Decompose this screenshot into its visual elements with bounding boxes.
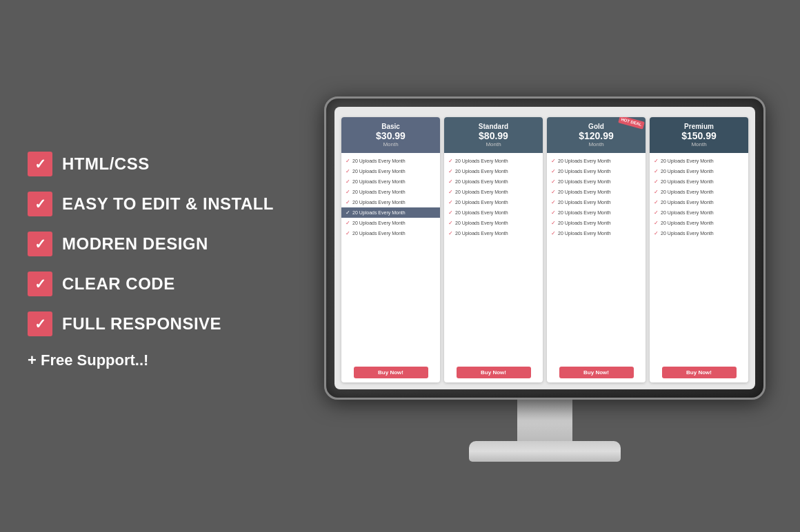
checkmark-icon	[28, 232, 52, 256]
feature-text: 20 Uploads Every Month	[558, 210, 611, 215]
feature-row: ✓ 20 Uploads Every Month	[650, 156, 748, 166]
feature-label: HTML/CSS	[62, 154, 150, 174]
check-icon: ✓	[346, 158, 350, 164]
check-icon: ✓	[654, 168, 659, 174]
feature-text: 20 Uploads Every Month	[352, 210, 406, 215]
check-icon: ✓	[551, 178, 556, 185]
buy-button[interactable]: Buy Now!	[559, 367, 634, 378]
feature-item-full-responsive: FULL RESPONSIVE	[28, 311, 274, 336]
buy-button[interactable]: Buy Now!	[457, 367, 531, 378]
feature-row: ✓ 20 Uploads Every Month	[444, 228, 543, 238]
feature-row: ✓ 20 Uploads Every Month	[444, 166, 543, 176]
feature-text: 20 Uploads Every Month	[558, 190, 611, 194]
plan-features: ✓ 20 Uploads Every Month ✓ 20 Uploads Ev…	[341, 153, 440, 360]
feature-row: ✓ 20 Uploads Every Month	[341, 166, 440, 176]
feature-text: 20 Uploads Every Month	[455, 231, 508, 236]
plan-features: ✓ 20 Uploads Every Month ✓ 20 Uploads Ev…	[650, 153, 748, 360]
feature-text: 20 Uploads Every Month	[558, 231, 611, 236]
check-icon: ✓	[551, 220, 556, 226]
feature-row: ✓ 20 Uploads Every Month	[341, 187, 440, 197]
plan-period: Month	[652, 141, 746, 147]
feature-row: ✓ 20 Uploads Every Month	[444, 218, 543, 228]
check-icon: ✓	[654, 158, 659, 164]
feature-text: 20 Uploads Every Month	[661, 200, 714, 205]
feature-row: ✓ 20 Uploads Every Month	[650, 166, 748, 176]
checkmark-icon	[28, 311, 52, 336]
plan-header: Premium $150.99 Month	[650, 117, 748, 153]
feature-row: ✓ 20 Uploads Every Month	[547, 197, 646, 207]
feature-label: MODREN DESIGN	[62, 234, 208, 254]
feature-text: 20 Uploads Every Month	[661, 210, 714, 215]
check-icon: ✓	[448, 220, 453, 226]
feature-row: ✓ 20 Uploads Every Month	[650, 197, 748, 207]
feature-item-clear-code: CLEAR CODE	[28, 272, 274, 296]
feature-text: 20 Uploads Every Month	[455, 179, 508, 184]
plan-header: Standard $80.99 Month	[444, 117, 543, 153]
feature-text: 20 Uploads Every Month	[558, 221, 611, 225]
feature-row: ✓ 20 Uploads Every Month	[650, 207, 748, 218]
check-icon: ✓	[448, 168, 453, 174]
feature-text: 20 Uploads Every Month	[455, 169, 508, 174]
check-icon: ✓	[551, 209, 556, 216]
check-icon: ✓	[346, 189, 350, 195]
feature-text: 20 Uploads Every Month	[352, 221, 406, 225]
feature-row: ✓ 20 Uploads Every Month	[341, 197, 440, 207]
check-icon: ✓	[448, 178, 453, 185]
buy-button[interactable]: Buy Now!	[662, 367, 737, 378]
feature-text: 20 Uploads Every Month	[352, 179, 406, 184]
monitor-stand-base	[469, 441, 621, 462]
feature-text: 20 Uploads Every Month	[661, 179, 714, 184]
check-icon: ✓	[448, 189, 453, 195]
plan-header: HOT DEAL Gold $120.99 Month	[547, 117, 646, 153]
plan-period: Month	[344, 141, 437, 147]
feature-row: ✓ 20 Uploads Every Month	[547, 176, 646, 187]
check-icon: ✓	[654, 220, 659, 226]
monitor: Basic $30.99 Month ✓ 20 Uploads Every Mo…	[324, 96, 766, 400]
check-icon: ✓	[448, 158, 453, 164]
feature-text: 20 Uploads Every Month	[661, 190, 714, 194]
feature-text: 20 Uploads Every Month	[352, 169, 406, 174]
plan-price: $30.99	[344, 130, 437, 141]
check-icon: ✓	[346, 168, 350, 174]
feature-text: 20 Uploads Every Month	[352, 190, 406, 194]
plan-name: Standard	[447, 123, 540, 130]
check-icon: ✓	[346, 199, 350, 205]
feature-text: 20 Uploads Every Month	[455, 190, 508, 194]
plan-footer: Buy Now!	[650, 360, 748, 382]
feature-item-html-css: HTML/CSS	[28, 152, 274, 176]
feature-row: ✓ 20 Uploads Every Month	[444, 176, 543, 187]
plan-price: $80.99	[447, 130, 540, 141]
checkmark-icon	[28, 152, 52, 176]
plan-features: ✓ 20 Uploads Every Month ✓ 20 Uploads Ev…	[547, 153, 646, 360]
feature-text: 20 Uploads Every Month	[661, 221, 714, 225]
plan-gold: HOT DEAL Gold $120.99 Month ✓ 20 Uploads…	[547, 117, 646, 382]
plan-price: $120.99	[550, 130, 643, 141]
feature-row: ✓ 20 Uploads Every Month	[650, 218, 748, 228]
feature-text: 20 Uploads Every Month	[558, 179, 611, 184]
feature-row: ✓ 20 Uploads Every Month	[547, 166, 646, 176]
feature-row: ✓ 20 Uploads Every Month	[650, 228, 748, 238]
feature-text: 20 Uploads Every Month	[661, 158, 714, 163]
plan-period: Month	[447, 141, 540, 147]
feature-text: 20 Uploads Every Month	[455, 210, 508, 215]
check-icon: ✓	[654, 209, 659, 216]
plan-footer: Buy Now!	[341, 360, 440, 382]
monitor-container: Basic $30.99 Month ✓ 20 Uploads Every Mo…	[310, 96, 779, 462]
checkmark-icon	[28, 192, 52, 216]
plan-period: Month	[550, 141, 643, 147]
checkmark-icon	[28, 272, 52, 296]
check-icon: ✓	[448, 209, 453, 216]
feature-row: ✓ 20 Uploads Every Month	[547, 187, 646, 197]
feature-row: ✓ 20 Uploads Every Month	[444, 187, 543, 197]
monitor-stand-neck	[517, 400, 572, 441]
feature-item-modern-design: MODREN DESIGN	[28, 232, 274, 256]
feature-label: EASY TO EDIT & INSTALL	[62, 194, 274, 214]
feature-row: ✓ 20 Uploads Every Month	[444, 156, 543, 166]
plan-premium: Premium $150.99 Month ✓ 20 Uploads Every…	[650, 117, 748, 382]
monitor-screen: Basic $30.99 Month ✓ 20 Uploads Every Mo…	[334, 107, 755, 389]
feature-label: FULL RESPONSIVE	[62, 314, 221, 334]
check-icon: ✓	[448, 230, 453, 236]
buy-button[interactable]: Buy Now!	[354, 367, 428, 378]
feature-text: 20 Uploads Every Month	[455, 221, 508, 225]
check-icon: ✓	[551, 158, 556, 164]
